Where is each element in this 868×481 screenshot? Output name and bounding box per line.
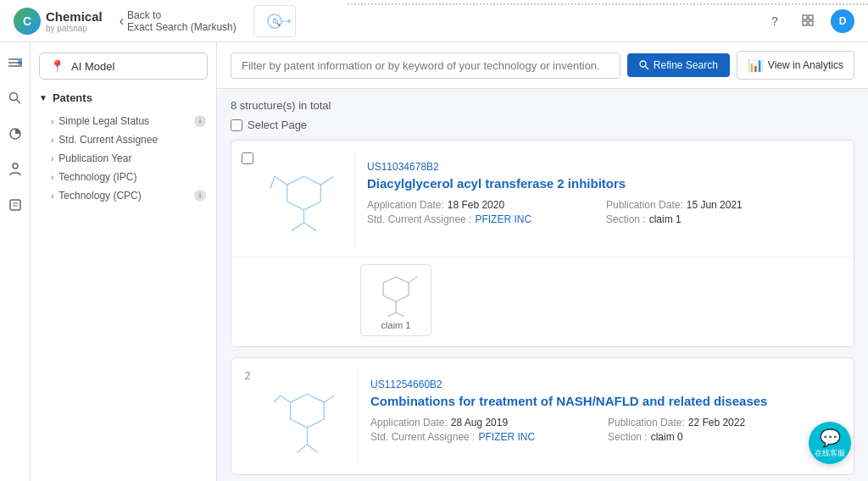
chevron-right-icon-3: › xyxy=(51,154,53,163)
chat-widget[interactable]: 💬 在线客服 xyxy=(809,422,851,464)
svg-line-40 xyxy=(387,312,396,317)
svg-line-20 xyxy=(645,67,648,70)
card-2-patent-title[interactable]: Combinations for treatment of NASH/NAFLD… xyxy=(370,394,832,408)
filter-section-ipc: › Technology (IPC) xyxy=(39,169,208,185)
svg-text:🔍: 🔍 xyxy=(272,18,281,26)
header-right: ? D xyxy=(763,9,854,33)
svg-point-12 xyxy=(9,93,17,101)
svg-point-2 xyxy=(287,19,291,23)
svg-line-52 xyxy=(281,395,291,402)
main-layout: 📍 AI Model ▼ Patents › Simple Legal Stat… xyxy=(0,42,868,481)
molecule-structure-2 xyxy=(265,377,349,457)
search-input[interactable] xyxy=(231,53,620,79)
svg-line-54 xyxy=(324,395,334,402)
select-page-label[interactable]: Select Page xyxy=(248,119,307,131)
svg-line-28 xyxy=(292,223,304,231)
card-2-content: 2 xyxy=(231,358,854,474)
filter-section-cpc: › Technology (CPC) i xyxy=(39,187,208,204)
card-2-patent-meta: Application Date: 28 Aug 2019 Publicatio… xyxy=(370,417,832,443)
result-card-1: US11034678B2 Diacylglycerol acyl transfe… xyxy=(231,140,854,347)
card-2-section: Section : claim 0 xyxy=(608,431,832,443)
help-button[interactable]: ? xyxy=(763,9,787,33)
app-logo-icon[interactable]: C xyxy=(14,8,41,35)
filter-item-assignee[interactable]: › Std. Current Assignee xyxy=(39,131,208,148)
card-1-patent-title[interactable]: Diacylglycerol acyl transferase 2 inhibi… xyxy=(367,176,832,191)
results-count: 8 structure(s) in total xyxy=(231,99,854,112)
filter-section-legal-status: › Simple Legal Status i xyxy=(39,113,208,130)
card-1-checkbox[interactable] xyxy=(242,152,253,164)
filter-panel: 📍 AI Model ▼ Patents › Simple Legal Stat… xyxy=(31,42,217,481)
svg-line-37 xyxy=(383,296,396,301)
select-page-checkbox[interactable] xyxy=(231,119,242,131)
sidebar-icon-list[interactable] xyxy=(3,193,27,217)
card-2-body: US11254660B2 Combinations for treatment … xyxy=(359,368,843,453)
filter-item-ipc[interactable]: › Technology (IPC) xyxy=(39,169,208,185)
svg-rect-6 xyxy=(803,21,807,25)
card-2-patent-id[interactable]: US11254660B2 xyxy=(370,379,832,390)
svg-line-34 xyxy=(396,277,409,283)
svg-point-11 xyxy=(18,60,22,65)
chevron-right-icon-2: › xyxy=(51,135,53,145)
card-1-pub-date: Publication Date: 15 Jun 2021 xyxy=(606,199,832,211)
sidebar-icon-pie[interactable] xyxy=(3,122,27,146)
chat-icon: 💬 xyxy=(820,428,841,448)
sidebar-icon-menu[interactable] xyxy=(3,51,27,75)
svg-line-53 xyxy=(274,395,281,402)
header-left: C Chemical by patsnap ‹ Back to Exact Se… xyxy=(14,5,296,37)
content-area: Refine Search 📊 View in Analytics 8 stru… xyxy=(217,42,868,481)
svg-line-41 xyxy=(396,312,404,317)
back-button[interactable]: ‹ Back to Exact Search (Markush) xyxy=(113,6,243,36)
sidebar-icon-search[interactable] xyxy=(3,86,27,110)
filter-item-cpc[interactable]: › Technology (CPC) i xyxy=(39,187,208,204)
svg-rect-7 xyxy=(809,21,813,25)
app-sub: by patsnap xyxy=(46,24,103,33)
filter-item-legal-status[interactable]: › Simple Legal Status i xyxy=(39,113,208,130)
sidebar-icon-person[interactable] xyxy=(3,158,27,181)
chevron-down-icon: ▼ xyxy=(39,93,47,102)
ai-model-button[interactable]: 📍 AI Model xyxy=(39,53,208,80)
svg-rect-16 xyxy=(10,200,20,210)
card-2-assignee: Std. Current Assignee : PFIZER INC xyxy=(370,431,594,443)
svg-line-25 xyxy=(287,202,304,210)
molecule-preview[interactable]: 🔍 xyxy=(253,5,296,37)
back-text: Back to Exact Search (Markush) xyxy=(127,9,236,33)
analytics-icon: 📊 xyxy=(748,58,764,73)
card-1-assignee: Std. Current Assignee : PFIZER INC xyxy=(367,213,593,225)
svg-line-44 xyxy=(308,394,325,402)
chevron-right-icon-4: › xyxy=(51,173,53,182)
card-2-pub-date: Publication Date: 22 Feb 2022 xyxy=(608,417,832,428)
card-2-image xyxy=(257,368,359,466)
svg-line-29 xyxy=(304,223,317,231)
svg-line-21 xyxy=(287,176,304,185)
svg-line-43 xyxy=(291,394,308,402)
grid-button[interactable] xyxy=(797,9,821,33)
filter-item-publication-year[interactable]: › Publication Year xyxy=(39,150,208,167)
app-name: Chemical xyxy=(46,9,103,24)
card-1-patent-id[interactable]: US11034678B2 xyxy=(367,161,832,173)
filter-section-publication-year: › Publication Year xyxy=(39,150,208,167)
chevron-right-icon: › xyxy=(51,117,53,126)
left-icon-sidebar xyxy=(0,42,31,481)
svg-line-46 xyxy=(308,419,325,428)
card-1-expanded-image-box: claim 1 xyxy=(360,264,431,336)
location-pin-icon: 📍 xyxy=(50,59,64,73)
card-1-image xyxy=(253,151,355,248)
user-avatar[interactable]: D xyxy=(831,9,854,33)
view-analytics-button[interactable]: 📊 View in Analytics xyxy=(737,51,854,80)
results-area: 8 structure(s) in total Select Page xyxy=(217,89,868,481)
search-icon xyxy=(8,91,22,105)
patents-section: ▼ Patents xyxy=(39,91,208,104)
card-2-app-date: Application Date: 28 Aug 2019 xyxy=(370,417,594,428)
svg-rect-5 xyxy=(809,15,813,19)
svg-line-32 xyxy=(270,176,275,189)
molecule-structure-1 xyxy=(262,159,346,240)
patents-header[interactable]: ▼ Patents xyxy=(39,91,208,104)
menu-icon xyxy=(8,58,22,68)
top-bar: Refine Search 📊 View in Analytics xyxy=(217,42,868,89)
card-1-section: Section : claim 1 xyxy=(606,213,832,225)
refine-search-button[interactable]: Refine Search xyxy=(627,53,730,77)
svg-line-31 xyxy=(320,176,333,185)
info-badge-legal: i xyxy=(194,115,206,127)
svg-line-33 xyxy=(383,277,396,283)
list-icon xyxy=(8,198,22,212)
